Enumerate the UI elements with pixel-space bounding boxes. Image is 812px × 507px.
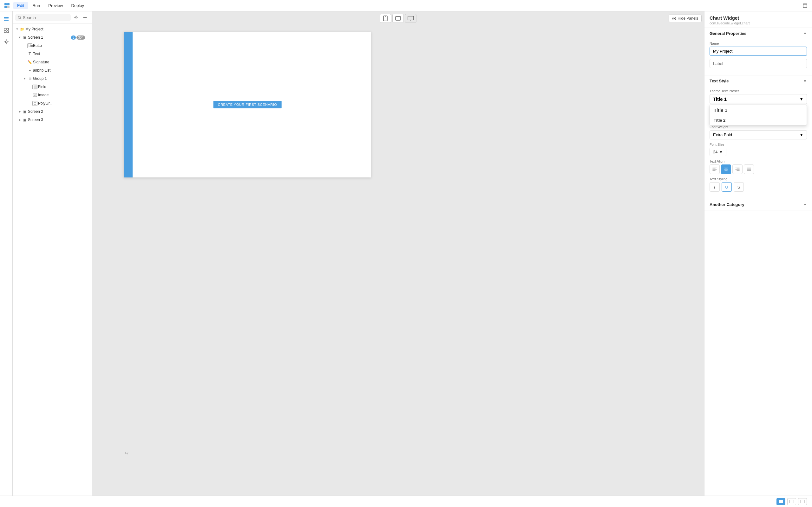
tree-item-project[interactable]: ▼ 📁 My Project 👁	[13, 25, 92, 33]
svg-rect-21	[396, 16, 401, 20]
font-weight-dropdown[interactable]: Extra Bold ▼	[710, 130, 807, 139]
tree-item-airbnb-list[interactable]: ▶ ≡ airbnb List 👁	[13, 66, 92, 74]
chevron-down-icon[interactable]: ▼	[18, 36, 21, 39]
align-left-button[interactable]	[710, 164, 720, 174]
svg-rect-4	[803, 4, 807, 8]
preset-option-title2[interactable]: Title 2	[710, 115, 807, 125]
deploy-button[interactable]: Deploy	[67, 2, 88, 9]
create-scenario-button[interactable]: CREATE YOUR FIRST SCENARIO	[213, 101, 282, 108]
text-label: Text	[33, 52, 85, 56]
eye-icon[interactable]: 👁	[86, 60, 89, 64]
eye-icon[interactable]: 👁	[86, 44, 89, 48]
polygon-label: PolyGr...	[38, 101, 85, 106]
name-field-row: Name	[710, 42, 807, 56]
eye-icon[interactable]: 👁	[86, 52, 89, 56]
edit-button[interactable]: Edit	[13, 2, 28, 9]
add-panel-button[interactable]	[81, 13, 89, 21]
strikethrough-button[interactable]: S	[734, 182, 744, 192]
tree-item-polygon[interactable]: ▶ ⬡ PolyGr... 👁	[13, 99, 92, 107]
eye-icon[interactable]: 👁	[86, 27, 89, 31]
svg-rect-9	[4, 28, 6, 30]
align-center-button[interactable]	[721, 164, 731, 174]
eye-icon[interactable]: 👁	[86, 68, 89, 72]
tree-item-field[interactable]: ▶ ⬜ Field 👁	[13, 83, 92, 91]
svg-rect-12	[7, 31, 9, 33]
font-weight-label: Font Weight	[710, 125, 807, 129]
svg-rect-1	[7, 3, 9, 5]
preset-option-title1[interactable]: Title 1	[710, 105, 807, 115]
svg-point-16	[75, 17, 77, 18]
eye-icon[interactable]: 👁	[86, 101, 89, 105]
icon-rail	[0, 11, 13, 496]
device-buttons	[380, 14, 416, 23]
another-category-header[interactable]: Another Category ▼	[705, 199, 812, 210]
settings-icon[interactable]	[1, 37, 11, 47]
tree-item-screen3[interactable]: ▶ ▣ Screen 3 👁	[13, 116, 92, 124]
mobile-portrait-button[interactable]	[380, 14, 391, 23]
eye-icon[interactable]: 👁	[86, 77, 89, 80]
eye-icon[interactable]: 👁	[86, 110, 89, 113]
font-weight-value: Extra Bold	[713, 132, 732, 137]
tree-item-screen1[interactable]: ▼ ▣ Screen 1 5 304 👁	[13, 33, 92, 42]
general-properties-section: General Properties ▼ Name	[705, 28, 812, 75]
chevron-down-icon[interactable]: ▼	[23, 77, 27, 80]
font-size-dropdown[interactable]: 24 ▼	[710, 148, 726, 156]
align-justify-button[interactable]	[744, 164, 754, 174]
search-input[interactable]	[23, 15, 68, 20]
widget-title: Chart Widget	[710, 15, 807, 20]
another-category-section: Another Category ▼	[705, 199, 812, 210]
view-empty-button[interactable]	[798, 498, 807, 505]
chevron-down-icon[interactable]: ▼	[15, 27, 19, 31]
widget-subtitle: com.livecode.widget.chart	[710, 21, 807, 25]
text-style-header[interactable]: Text Style ▼	[705, 75, 812, 87]
underline-button[interactable]: U	[722, 182, 732, 192]
name-input[interactable]	[710, 47, 807, 56]
desktop-button[interactable]	[405, 14, 416, 23]
run-button[interactable]: Run	[29, 2, 44, 9]
screen2-label: Screen 2	[28, 109, 85, 114]
svg-rect-10	[7, 28, 9, 30]
label-input[interactable]	[710, 59, 807, 68]
svg-line-15	[20, 18, 21, 19]
font-size-value: 24	[713, 150, 717, 154]
hide-panels-label: Hide Panels	[677, 16, 698, 20]
tree-item-signature[interactable]: ▶ ✏️ Signature 👁	[13, 58, 92, 66]
eye-icon[interactable]: 👁	[86, 85, 89, 89]
field-icon: ⬜	[32, 84, 38, 89]
signature-label: Signature	[33, 60, 85, 64]
panel-actions	[72, 13, 89, 21]
preview-button[interactable]: Preview	[44, 2, 67, 9]
align-right-button[interactable]	[732, 164, 743, 174]
tree-item-butto[interactable]: ▶ btn Butto 👁	[13, 42, 92, 50]
chevron-right-icon[interactable]: ▶	[18, 118, 21, 121]
screen-icon: ▣	[22, 36, 27, 40]
italic-button[interactable]: I	[710, 182, 720, 192]
components-icon[interactable]	[1, 25, 11, 36]
settings-panel-button[interactable]	[72, 13, 80, 21]
tree-item-text[interactable]: ▶ T Text 👁	[13, 50, 92, 58]
tree-item-screen2[interactable]: ▶ ▣ Screen 2 👁	[13, 107, 92, 116]
tablet-button[interactable]	[392, 14, 404, 23]
text-style-title: Text Style	[710, 78, 728, 83]
tree-item-image[interactable]: ▶ 🖼 Image 👁	[13, 91, 92, 99]
chevron-down-icon: ▼	[799, 132, 803, 137]
hide-panels-button[interactable]: Hide Panels	[669, 14, 702, 22]
window-icon-button[interactable]	[801, 1, 809, 10]
tree-item-group1[interactable]: ▼ ⊞ Group 1 👁	[13, 74, 92, 83]
badge-gray: 304	[77, 36, 85, 40]
font-size-row: Font Size 24 ▼	[710, 143, 807, 156]
chevron-right-icon[interactable]: ▶	[18, 110, 21, 113]
theme-preset-list: Title 1 Title 2	[710, 105, 807, 125]
text-style-buttons: I U S	[710, 182, 807, 192]
theme-preset-button[interactable]: Title 1 ▼	[710, 94, 807, 104]
view-outline-button[interactable]	[787, 498, 796, 505]
view-filled-button[interactable]	[776, 498, 785, 505]
layers-icon[interactable]	[1, 14, 11, 24]
general-properties-header[interactable]: General Properties ▼	[705, 28, 812, 39]
project-label: My Project	[26, 27, 85, 32]
eye-icon[interactable]: 👁	[86, 36, 89, 39]
group1-label: Group 1	[33, 76, 85, 81]
signature-icon: ✏️	[27, 60, 32, 64]
eye-icon[interactable]: 👁	[86, 93, 89, 97]
eye-icon[interactable]: 👁	[86, 118, 89, 122]
